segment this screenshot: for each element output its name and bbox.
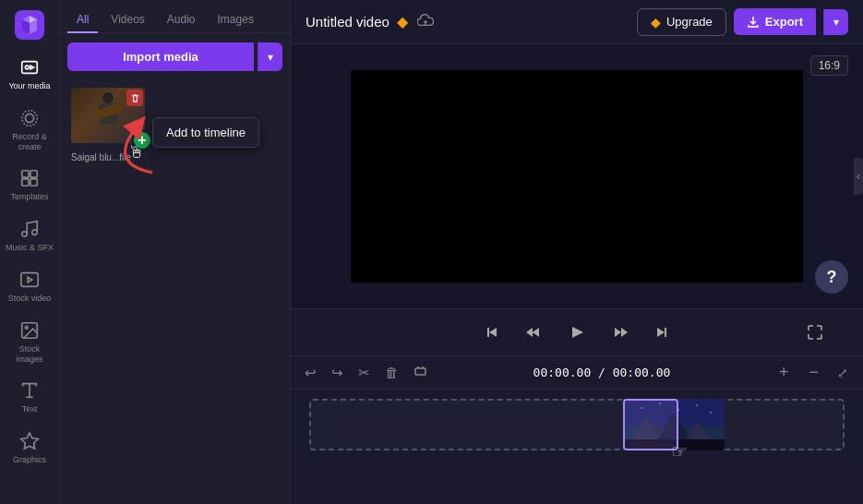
import-row: Import media ▾ <box>60 33 290 80</box>
player-controls <box>291 308 863 356</box>
export-icon <box>747 16 760 29</box>
fast-forward-button[interactable] <box>609 320 633 344</box>
diamond-icon: ◆ <box>397 13 408 30</box>
media-item-label: Saigal blu...file <box>71 152 131 162</box>
svg-point-4 <box>22 111 38 126</box>
media-panel: All Videos Audio Images Import media ▾ <box>60 0 291 504</box>
sidebar-item-stock-video-label: Stock video <box>8 294 52 304</box>
time-current: 00:00.00 <box>533 366 592 379</box>
svg-point-10 <box>32 230 38 235</box>
delete-media-button[interactable] <box>126 90 143 106</box>
media-tabs: All Videos Audio Images <box>60 0 290 33</box>
clip-thumbnail <box>623 399 725 450</box>
import-media-button[interactable]: Import media <box>67 42 254 71</box>
svg-point-13 <box>25 326 28 329</box>
sidebar-item-stock-images-label: Stock images <box>6 344 54 365</box>
fullscreen-button[interactable] <box>804 321 826 343</box>
timeline: ↩ ↪ ✂ 🗑 00:00.00 / 00:00.00 + − ⤢ <box>291 356 863 504</box>
app-logo[interactable] <box>12 7 47 42</box>
delete-button[interactable]: 🗑 <box>382 362 402 383</box>
sidebar: Your media Record & create Templates Mus… <box>0 0 60 504</box>
svg-rect-5 <box>22 171 29 177</box>
svg-rect-7 <box>22 179 29 186</box>
timeline-toolbar: ↩ ↪ ✂ 🗑 00:00.00 / 00:00.00 + − ⤢ <box>291 356 863 390</box>
undo-button[interactable]: ↩ <box>302 362 319 384</box>
sidebar-item-text[interactable]: Text <box>2 373 57 422</box>
svg-point-20 <box>659 402 661 404</box>
timeline-time: 00:00.00 / 00:00.00 <box>439 366 764 379</box>
tab-audio[interactable]: Audio <box>158 7 205 33</box>
sidebar-item-your-media-label: Your media <box>8 81 50 91</box>
svg-point-9 <box>22 232 28 237</box>
media-thumb-container: + <box>71 88 145 143</box>
sidebar-item-stock-images[interactable]: Stock images <box>2 313 57 372</box>
skip-forward-button[interactable] <box>650 320 674 344</box>
svg-rect-6 <box>30 171 37 177</box>
sidebar-item-music-sfx[interactable]: Music & SFX <box>2 211 57 260</box>
tab-all[interactable]: All <box>67 7 98 33</box>
time-separator: / <box>598 366 613 379</box>
sidebar-item-graphics-label: Graphics <box>13 455 46 465</box>
media-item-saigal: + Saigal blu...file Add to timeline <box>71 88 145 162</box>
skip-back-button[interactable] <box>480 320 504 344</box>
play-button[interactable] <box>561 317 593 348</box>
svg-point-3 <box>25 114 33 122</box>
upgrade-button[interactable]: ◆ Upgrade <box>637 8 726 36</box>
redo-button[interactable]: ↪ <box>329 362 346 384</box>
clip-thumbnail-svg <box>623 399 725 450</box>
detach-button[interactable] <box>411 362 430 384</box>
tab-images[interactable]: Images <box>209 7 263 33</box>
zoom-in-button[interactable]: + <box>773 361 795 384</box>
timeline-track-area: ☞ <box>291 390 863 504</box>
sidebar-item-graphics[interactable]: Graphics <box>2 424 57 473</box>
add-to-timeline-tooltip: Add to timeline <box>152 117 259 148</box>
sidebar-item-text-label: Text <box>22 404 38 414</box>
tab-videos[interactable]: Videos <box>102 7 153 33</box>
rewind-button[interactable] <box>521 320 545 344</box>
export-button[interactable]: Export <box>734 8 816 35</box>
aspect-ratio-badge[interactable]: 16:9 <box>810 55 848 76</box>
main-area: Untitled video ◆ ◆ Upgrade Export ▾ 16:9… <box>291 0 863 504</box>
video-preview: 16:9 ? ‹ <box>291 44 863 308</box>
timeline-expand-button[interactable]: ⤢ <box>833 364 852 382</box>
sidebar-item-record-create[interactable]: Record & create <box>2 101 57 160</box>
svg-point-19 <box>641 407 642 409</box>
help-button[interactable]: ? <box>815 260 848 294</box>
svg-rect-8 <box>30 179 37 186</box>
sidebar-item-your-media[interactable]: Your media <box>2 50 57 99</box>
sidebar-item-music-sfx-label: Music & SFX <box>6 243 54 253</box>
svg-point-23 <box>710 412 712 414</box>
cut-button[interactable]: ✂ <box>355 362 373 384</box>
add-to-timeline-icon-button[interactable]: + <box>132 130 152 150</box>
zoom-out-button[interactable]: − <box>803 361 824 384</box>
video-canvas <box>351 70 803 282</box>
sidebar-item-templates-label: Templates <box>10 192 48 202</box>
timeline-clip[interactable] <box>623 399 725 450</box>
import-media-caret-button[interactable]: ▾ <box>258 42 282 71</box>
panel-collapse-handle[interactable]: ‹ <box>854 158 863 195</box>
svg-rect-11 <box>21 273 38 287</box>
topbar: Untitled video ◆ ◆ Upgrade Export ▾ <box>291 0 863 44</box>
export-caret-button[interactable]: ▾ <box>823 9 848 35</box>
time-total: 00:00.00 <box>613 366 671 379</box>
export-label: Export <box>765 15 803 29</box>
svg-rect-27 <box>623 439 725 450</box>
sidebar-item-record-create-label: Record & create <box>6 132 54 152</box>
svg-point-2 <box>25 66 29 69</box>
sidebar-item-templates[interactable]: Templates <box>2 161 57 210</box>
cloud-icon <box>417 14 434 30</box>
svg-point-22 <box>696 404 698 406</box>
timeline-drop-zone[interactable] <box>309 399 845 450</box>
svg-point-21 <box>677 409 679 411</box>
svg-rect-16 <box>415 368 426 375</box>
project-title: Untitled video <box>306 14 390 30</box>
sidebar-item-stock-video[interactable]: Stock video <box>2 262 57 311</box>
upgrade-diamond-icon: ◆ <box>651 15 661 30</box>
media-grid: + Saigal blu...file Add to timeline 🖱 <box>60 80 290 504</box>
upgrade-label: Upgrade <box>666 15 713 29</box>
